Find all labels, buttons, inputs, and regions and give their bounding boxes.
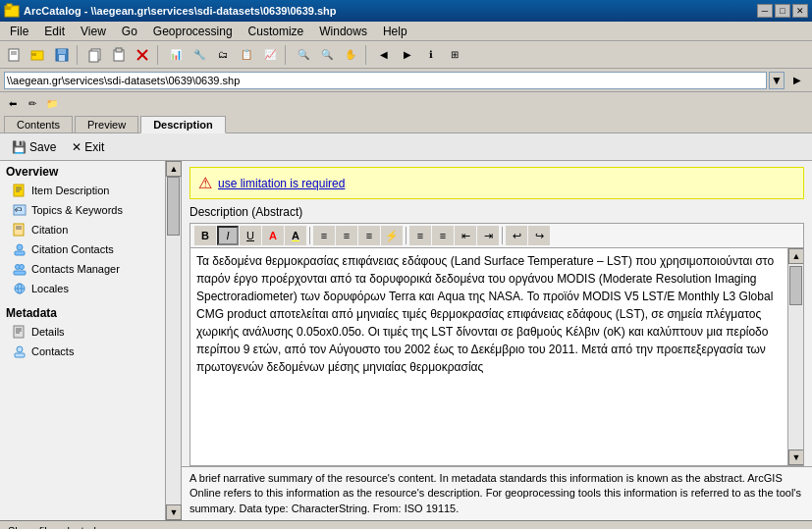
menu-go[interactable]: Go — [116, 24, 143, 39]
rte-toolbar: B I U A A ≡ ≡ ≡ ⚡ ≡ ≡ ⇤ ⇥ ↩ ↪ — [189, 223, 804, 247]
text-scroll-down[interactable]: ▼ — [788, 450, 804, 465]
minimize-button[interactable]: ─ — [757, 4, 773, 18]
back-btn[interactable]: ◀ — [373, 44, 395, 66]
details-icon — [12, 324, 27, 340]
paste-btn[interactable] — [108, 44, 130, 66]
sidebar-scroll-down[interactable]: ▼ — [166, 504, 182, 520]
pan-btn[interactable]: ✋ — [340, 44, 361, 66]
svg-rect-10 — [59, 55, 65, 61]
description-text-content[interactable]: Τα δεδομένα θερμοκρασίας επιφάνειας εδάφ… — [190, 248, 787, 465]
close-button[interactable]: ✕ — [792, 4, 808, 18]
sidebar-item-topics-keywords[interactable]: 🏷 Topics & Keywords — [0, 200, 165, 220]
copy-btn[interactable] — [84, 44, 106, 66]
sidebar-inner: Overview Item Description 🏷 Topics & Key… — [0, 161, 165, 520]
toolbar-sep-4 — [365, 45, 369, 65]
zoom-out-btn[interactable]: 🔍 — [316, 44, 338, 66]
sidebar-item-details[interactable]: Details — [0, 322, 165, 342]
rte-ordered-list[interactable]: ≡ — [336, 226, 357, 245]
locales-label: Locales — [31, 283, 69, 294]
open-btn[interactable] — [27, 44, 49, 66]
toolbar-btn-last[interactable]: ⊞ — [444, 44, 465, 66]
rte-underline[interactable]: U — [240, 226, 261, 245]
rte-italic[interactable]: I — [217, 226, 239, 245]
sidebar-item-item-description[interactable]: Item Description — [0, 181, 165, 200]
rte-sep-2 — [406, 227, 406, 244]
tab-bar: Contents Preview Description — [0, 114, 812, 133]
citation-contacts-label: Citation Contacts — [31, 243, 114, 255]
sidebar-outer: Overview Item Description 🏷 Topics & Key… — [0, 161, 182, 520]
sidebar-item-contacts-manager[interactable]: Contacts Manager — [0, 259, 165, 279]
rte-undo[interactable]: ↩ — [506, 226, 527, 245]
small-btn-2[interactable]: ✏ — [24, 94, 41, 112]
address-go-btn[interactable]: ▶ — [786, 70, 808, 91]
toolbar-btn-5[interactable]: 📊 — [165, 44, 187, 66]
sidebar-item-citation-contacts[interactable]: Citation Contacts — [0, 239, 165, 259]
app-icon — [4, 3, 20, 19]
sidebar-scroll-up[interactable]: ▲ — [166, 161, 182, 177]
tab-contents[interactable]: Contents — [4, 116, 73, 132]
rte-align-left[interactable]: ≡ — [409, 226, 431, 245]
text-scroll-up[interactable]: ▲ — [788, 248, 804, 264]
address-input[interactable] — [4, 72, 767, 89]
window-title: ArcCatalog - \\aegean.gr\services\sdi-da… — [24, 5, 337, 17]
toolbar-btn-8[interactable]: 📋 — [236, 44, 257, 66]
sidebar-item-citation[interactable]: Citation — [0, 220, 165, 239]
rte-unordered-list[interactable]: ≡ — [313, 226, 335, 245]
menu-help[interactable]: Help — [377, 24, 413, 39]
menu-view[interactable]: View — [75, 24, 112, 39]
small-btn-1[interactable]: ⬅ — [4, 94, 22, 112]
svg-rect-3 — [9, 49, 19, 61]
menu-file[interactable]: File — [4, 24, 34, 39]
save-button[interactable]: 💾 Save — [8, 139, 60, 155]
sidebar-scroll-thumb[interactable] — [167, 177, 180, 236]
menu-bar: File Edit View Go Geoprocessing Customiz… — [0, 22, 812, 41]
rte-align-center[interactable]: ≡ — [432, 226, 454, 245]
save-toolbar-btn[interactable] — [51, 44, 73, 66]
rte-font-color[interactable]: A — [262, 226, 284, 245]
status-text: Shapefile selected — [8, 525, 96, 530]
text-area-wrapper: Τα δεδομένα θερμοκρασίας επιφάνειας εδάφ… — [189, 247, 804, 466]
rte-bold[interactable]: B — [194, 226, 216, 245]
toolbar-btn-7[interactable]: 🗂 — [212, 44, 234, 66]
svg-rect-39 — [15, 353, 25, 357]
info-btn[interactable]: ℹ — [420, 44, 442, 66]
menu-edit[interactable]: Edit — [38, 24, 71, 39]
rte-indent-right[interactable]: ⇥ — [477, 226, 499, 245]
delete-btn[interactable] — [132, 44, 153, 66]
toolbar-btn-6[interactable]: 🔧 — [189, 44, 210, 66]
tab-description[interactable]: Description — [140, 116, 226, 133]
rte-redo[interactable]: ↪ — [528, 226, 550, 245]
action-bar: 💾 Save ✕ Exit — [0, 133, 812, 161]
svg-rect-9 — [58, 49, 66, 54]
zoom-in-btn[interactable]: 🔍 — [293, 44, 314, 66]
title-bar: ArcCatalog - \\aegean.gr\services\sdi-da… — [0, 0, 812, 22]
menu-geoprocessing[interactable]: Geoprocessing — [147, 24, 239, 39]
sidebar-scroll-track — [166, 177, 181, 504]
title-bar-buttons[interactable]: ─ □ ✕ — [757, 4, 808, 18]
rte-highlight[interactable]: A — [285, 226, 306, 245]
rte-special[interactable]: ⚡ — [381, 226, 403, 245]
new-btn[interactable] — [4, 44, 26, 66]
svg-rect-17 — [14, 185, 24, 196]
toolbar-btn-9[interactable]: 📈 — [259, 44, 281, 66]
text-scroll-thumb[interactable] — [789, 266, 802, 305]
small-btn-3[interactable]: 📁 — [43, 94, 61, 112]
warning-link[interactable]: use limitation is required — [218, 177, 345, 190]
rte-list3[interactable]: ≡ — [358, 226, 380, 245]
menu-customize[interactable]: Customize — [243, 24, 310, 39]
address-bar: ▼ ▶ — [0, 69, 812, 92]
tab-preview[interactable]: Preview — [75, 116, 138, 132]
sidebar-item-contacts[interactable]: Contacts — [0, 342, 165, 361]
menu-windows[interactable]: Windows — [313, 24, 373, 39]
contacts-manager-icon — [12, 261, 27, 277]
address-dropdown[interactable]: ▼ — [769, 72, 785, 89]
exit-button[interactable]: ✕ Exit — [68, 139, 108, 155]
rte-indent-left[interactable]: ⇤ — [455, 226, 476, 245]
description-label: Description (Abstract) — [182, 203, 812, 221]
sidebar-item-locales[interactable]: Locales — [0, 279, 165, 298]
maximize-button[interactable]: □ — [775, 4, 790, 18]
forward-btn[interactable]: ▶ — [397, 44, 418, 66]
rte-sep-3 — [502, 227, 503, 244]
sidebar-item-description-label: Item Description — [31, 185, 109, 196]
toolbar-sep-3 — [285, 45, 289, 65]
